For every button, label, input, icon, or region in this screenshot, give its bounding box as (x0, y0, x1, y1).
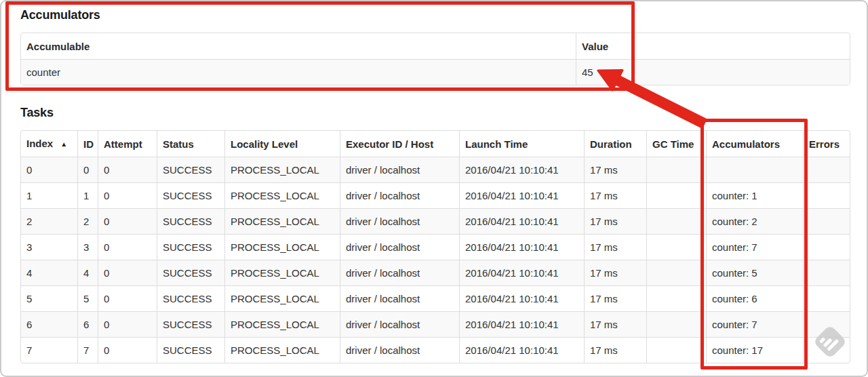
table-cell: 17 ms (584, 260, 646, 285)
table-cell: 3 (77, 234, 98, 260)
table-cell: driver / localhost (340, 208, 459, 234)
table-cell (706, 157, 803, 182)
table-cell: PROCESS_LOCAL (224, 182, 340, 208)
table-cell: 0 (98, 182, 157, 208)
accumulable-column-header[interactable]: Accumulable (21, 33, 576, 59)
table-cell: counter: 6 (706, 285, 803, 311)
accumulators-table-body: counter45 (21, 59, 850, 85)
table-cell: driver / localhost (340, 157, 459, 182)
table-cell: 17 ms (584, 182, 646, 208)
table-cell: counter (21, 59, 576, 85)
table-row: 220SUCCESSPROCESS_LOCALdriver / localhos… (21, 208, 850, 234)
table-cell: 1 (77, 182, 98, 208)
table-cell (803, 260, 850, 285)
table-cell: 2016/04/21 10:10:41 (459, 285, 584, 311)
errors-column-header[interactable]: Errors (803, 131, 850, 157)
accumulators-header-row: Accumulable Value (21, 33, 850, 59)
table-cell (803, 234, 850, 260)
table-cell: driver / localhost (340, 182, 459, 208)
table-cell: counter: 2 (706, 208, 803, 234)
table-cell: 17 ms (584, 285, 646, 311)
table-cell: driver / localhost (340, 337, 459, 363)
status-column-header[interactable]: Status (157, 131, 224, 157)
accumulators-column-header[interactable]: Accumulators (706, 131, 803, 157)
page-content: Accumulators Accumulable Value counter45… (0, 0, 868, 363)
tasks-table: Index▲ ID Attempt Status Locality Level … (20, 130, 850, 363)
table-cell: 2016/04/21 10:10:41 (459, 182, 584, 208)
locality-level-column-header[interactable]: Locality Level (224, 131, 340, 157)
table-cell: 0 (98, 311, 157, 337)
table-cell: PROCESS_LOCAL (224, 285, 340, 311)
table-cell: 3 (21, 234, 77, 260)
table-cell: 17 ms (584, 337, 646, 363)
table-cell (803, 208, 850, 234)
table-row: 660SUCCESSPROCESS_LOCALdriver / localhos… (21, 311, 850, 337)
table-cell: SUCCESS (157, 234, 224, 260)
table-cell: PROCESS_LOCAL (224, 234, 340, 260)
table-cell: 0 (98, 337, 157, 363)
sort-ascending-icon: ▲ (60, 140, 67, 148)
table-cell: PROCESS_LOCAL (224, 337, 340, 363)
table-cell: 0 (98, 260, 157, 285)
table-row: 000SUCCESSPROCESS_LOCALdriver / localhos… (21, 157, 850, 182)
index-column-header[interactable]: Index▲ (21, 131, 77, 157)
attempt-column-header[interactable]: Attempt (98, 131, 157, 157)
table-cell: PROCESS_LOCAL (224, 208, 340, 234)
table-cell: driver / localhost (340, 285, 459, 311)
table-cell (803, 182, 850, 208)
table-cell: 6 (21, 311, 77, 337)
table-cell (803, 311, 850, 337)
table-cell: counter: 7 (706, 311, 803, 337)
tasks-header-row: Index▲ ID Attempt Status Locality Level … (21, 131, 850, 157)
table-cell: driver / localhost (340, 234, 459, 260)
table-cell (646, 260, 706, 285)
table-cell: SUCCESS (157, 311, 224, 337)
table-cell: 4 (77, 260, 98, 285)
table-cell: 17 ms (584, 157, 646, 182)
table-row: counter45 (21, 59, 850, 85)
table-cell: 2016/04/21 10:10:41 (459, 337, 584, 363)
gc-time-column-header[interactable]: GC Time (646, 131, 706, 157)
table-cell: 0 (98, 157, 157, 182)
launch-time-column-header[interactable]: Launch Time (459, 131, 584, 157)
table-cell: SUCCESS (157, 285, 224, 311)
table-cell (646, 182, 706, 208)
table-cell: 0 (98, 208, 157, 234)
table-cell: PROCESS_LOCAL (224, 157, 340, 182)
table-cell: 0 (77, 157, 98, 182)
tasks-table-body: 000SUCCESSPROCESS_LOCALdriver / localhos… (21, 157, 850, 363)
id-column-header[interactable]: ID (77, 131, 98, 157)
value-column-header[interactable]: Value (576, 33, 850, 59)
table-cell: 4 (21, 260, 77, 285)
table-row: 550SUCCESSPROCESS_LOCALdriver / localhos… (21, 285, 850, 311)
accumulators-section: Accumulators Accumulable Value counter45 (20, 7, 849, 85)
table-cell (646, 285, 706, 311)
accumulators-section-title: Accumulators (20, 7, 849, 23)
table-cell: driver / localhost (340, 260, 459, 285)
table-cell: 2016/04/21 10:10:41 (459, 260, 584, 285)
table-cell: SUCCESS (157, 182, 224, 208)
table-cell: 17 ms (584, 234, 646, 260)
duration-column-header[interactable]: Duration (584, 131, 646, 157)
table-cell: PROCESS_LOCAL (224, 311, 340, 337)
executor-id-host-column-header[interactable]: Executor ID / Host (340, 131, 459, 157)
table-cell (646, 311, 706, 337)
table-cell: driver / localhost (340, 311, 459, 337)
table-cell (803, 157, 850, 182)
table-cell: SUCCESS (157, 337, 224, 363)
table-cell: 17 ms (584, 311, 646, 337)
table-cell: PROCESS_LOCAL (224, 260, 340, 285)
table-cell: 7 (77, 337, 98, 363)
table-cell (803, 285, 850, 311)
table-cell: SUCCESS (157, 208, 224, 234)
table-cell: 0 (21, 157, 77, 182)
table-cell (646, 234, 706, 260)
table-cell: counter: 1 (706, 182, 803, 208)
table-cell (646, 337, 706, 363)
table-cell: counter: 17 (706, 337, 803, 363)
table-cell: 6 (77, 311, 98, 337)
table-cell: counter: 5 (706, 260, 803, 285)
table-cell: 2016/04/21 10:10:41 (459, 208, 584, 234)
table-cell: 5 (21, 285, 77, 311)
tasks-section-title: Tasks (20, 104, 849, 121)
